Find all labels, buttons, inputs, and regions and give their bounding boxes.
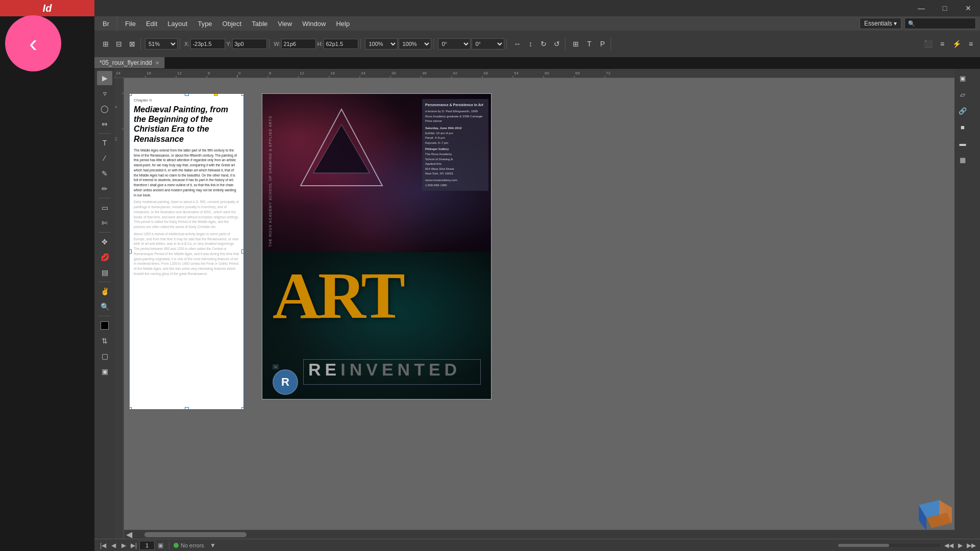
tools-panel: ▶ ▿ ◯ ⇔ T ∕ ✎ ✏ ▭ ✄ ✥ 💋 ▤ ✌ 🔍 ⇅ ▢ ▣ <box>94 69 115 539</box>
event-info-box: Perseverance & Persistence in Art a lect… <box>422 99 488 191</box>
page-tool[interactable]: ◯ <box>97 102 112 116</box>
extra-icons-group: ⊞ T P <box>568 38 611 50</box>
menu-help[interactable]: Help <box>332 19 354 29</box>
links-panel-btn[interactable]: 🔗 <box>955 104 970 118</box>
svg-rect-35 <box>115 78 124 539</box>
view-mode-btn-1[interactable]: ⊞ <box>100 38 112 50</box>
svg-text:36: 36 <box>422 71 427 76</box>
flip-h-btn[interactable]: ↔ <box>511 38 523 50</box>
resize-handle-br[interactable] <box>241 407 244 410</box>
menu-table[interactable]: Table <box>248 19 272 29</box>
back-button[interactable]: ‹ <box>5 15 61 71</box>
flip-v-btn[interactable]: ↕ <box>524 38 536 50</box>
menu-object[interactable]: Object <box>218 19 246 29</box>
swatches-panel-btn[interactable]: ■ <box>955 120 970 134</box>
lightning-btn[interactable]: ⚡ <box>950 38 963 50</box>
line-tool[interactable]: ∕ <box>97 151 112 165</box>
h-input[interactable] <box>324 39 358 49</box>
horizontal-scrollbar[interactable]: ◀ ▶ <box>124 530 971 539</box>
tab-close-icon[interactable]: ✕ <box>155 60 159 66</box>
rotate-ccw-btn[interactable]: ↺ <box>551 38 563 50</box>
first-page-btn[interactable]: |◀ <box>99 541 108 550</box>
zoom-tool[interactable]: 🔍 <box>97 299 112 314</box>
flyer-top-section: THE ROUX ACADEMY SCHOOL OF DRAWING & APP… <box>262 94 491 257</box>
gradient-tool[interactable]: ▤ <box>97 265 112 280</box>
layers-panel-btn[interactable]: ▱ <box>955 87 970 102</box>
menu-layout[interactable]: Layout <box>163 19 191 29</box>
type-tool[interactable]: T <box>97 136 112 150</box>
pen-tool[interactable]: ✎ <box>97 166 112 181</box>
align-btn[interactable]: ⊞ <box>570 38 582 50</box>
direct-select-tool[interactable]: ▿ <box>97 86 112 101</box>
menu-type[interactable]: Type <box>193 19 216 29</box>
stroke-btn[interactable]: P <box>596 38 608 50</box>
scissors-tool[interactable]: ✄ <box>97 216 112 230</box>
table-panel-btn[interactable]: ▦ <box>955 153 970 167</box>
resize-handle-bc[interactable] <box>185 407 189 410</box>
swap-colors-btn[interactable]: ⇅ <box>97 334 112 348</box>
options-btn[interactable]: ≡ <box>965 38 977 50</box>
document-tab[interactable]: *05_roux_flyer.indd ✕ <box>94 57 165 68</box>
gradient-btn[interactable]: ≡ <box>936 38 948 50</box>
play2-btn[interactable]: ▶ <box>955 541 965 550</box>
gap-tool[interactable]: ⇔ <box>97 117 112 131</box>
body-text-3: About 1050 a revival of intellectual act… <box>134 232 239 277</box>
stroke-panel-btn[interactable]: ▬ <box>955 136 970 151</box>
next-page-btn[interactable]: ▶| <box>129 541 138 550</box>
x-input[interactable] <box>190 39 225 49</box>
preview-btn[interactable]: ▣ <box>97 364 112 379</box>
maximize-button[interactable]: □ <box>933 0 957 16</box>
essentials-button[interactable]: Essentials ▾ <box>860 18 901 29</box>
svg-text:6: 6 <box>269 71 272 76</box>
rewind-btn[interactable]: ◀◀ <box>944 541 953 550</box>
minimize-button[interactable]: — <box>910 0 933 16</box>
w-input[interactable] <box>281 39 316 49</box>
text-thread-handle[interactable] <box>214 93 218 96</box>
zoom-select[interactable]: 51% <box>145 38 178 49</box>
errors-chevron[interactable]: ▼ <box>208 541 217 550</box>
resize-handle-tc[interactable] <box>185 93 189 96</box>
search-input[interactable] <box>904 18 976 29</box>
right-scrollbar[interactable] <box>971 69 980 539</box>
angle2-select[interactable]: 0° <box>472 38 504 49</box>
resize-handle-bl[interactable] <box>129 407 132 410</box>
hand-tool[interactable]: ✌ <box>97 284 112 298</box>
scroll-left-btn[interactable]: ◀ <box>124 530 134 539</box>
menu-window[interactable]: Window <box>298 19 330 29</box>
scale-x-select[interactable]: 100% <box>365 38 398 49</box>
rotate-cw-btn[interactable]: ↻ <box>537 38 550 50</box>
select-tool[interactable]: ▶ <box>97 71 112 85</box>
fastfwd-btn[interactable]: ▶▶ <box>967 541 976 550</box>
view-mode-btn[interactable]: ▢ <box>97 349 112 363</box>
free-transform-tool[interactable]: ✥ <box>97 235 112 249</box>
resize-handle-tl[interactable] <box>129 93 132 96</box>
view-mode-btn-3[interactable]: ⊠ <box>126 38 138 50</box>
menu-file[interactable]: File <box>121 19 140 29</box>
scroll-thumb-h[interactable] <box>144 532 247 537</box>
eyedropper-tool[interactable]: 💋 <box>97 250 112 264</box>
rectangle-tool[interactable]: ▭ <box>97 201 112 215</box>
style-btn[interactable]: T <box>583 38 595 50</box>
fill-btn[interactable]: ⬛ <box>922 38 934 50</box>
resize-handle-mr[interactable] <box>241 249 244 254</box>
view-mode-btn-2[interactable]: ⊟ <box>113 38 125 50</box>
fill-color[interactable] <box>97 318 112 333</box>
resize-handle-ml[interactable] <box>129 249 132 254</box>
pages-panel-btn[interactable]: ▣ <box>955 71 970 85</box>
svg-text:6: 6 <box>208 71 210 76</box>
scale-y-select[interactable]: 100% <box>399 38 431 49</box>
close-button[interactable]: ✕ <box>957 0 980 16</box>
canvas-area: Chapter II Mediæval Painting, from the B… <box>124 78 971 539</box>
menu-edit[interactable]: Edit <box>142 19 161 29</box>
y-input[interactable] <box>232 39 267 49</box>
page-number-input[interactable] <box>139 541 155 550</box>
zoom-fit-btn[interactable]: ▣ <box>156 541 165 550</box>
text-document[interactable]: Chapter II Mediæval Painting, from the B… <box>129 93 244 410</box>
resize-handle-tr[interactable] <box>241 93 244 96</box>
menu-view[interactable]: View <box>274 19 296 29</box>
prev-page-btn[interactable]: ◀ <box>109 541 118 550</box>
play-btn[interactable]: ▶ <box>119 541 128 550</box>
angle1-select[interactable]: 0° <box>438 38 471 49</box>
pencil-tool[interactable]: ✏ <box>97 182 112 196</box>
menu-bridge[interactable]: Br <box>99 19 113 29</box>
